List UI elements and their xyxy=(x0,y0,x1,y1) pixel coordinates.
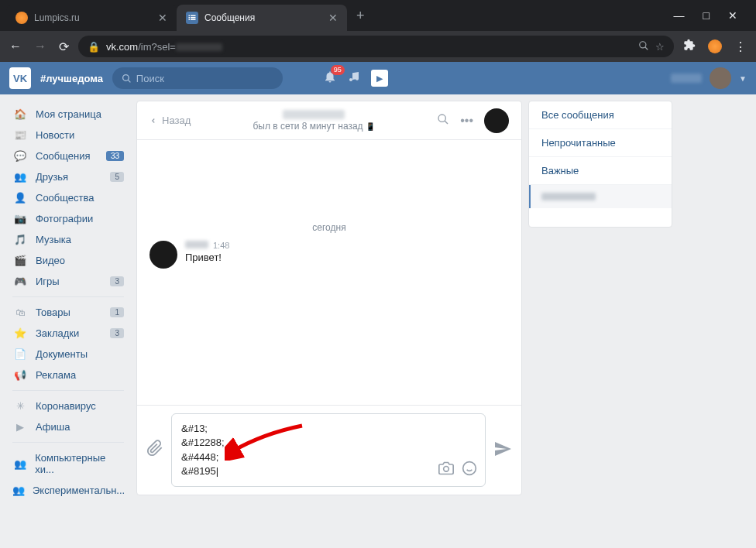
groups-icon: 👤 xyxy=(12,192,28,204)
badge: 3 xyxy=(110,276,124,286)
message-icon: 💬 xyxy=(12,150,28,162)
browser-tab-vk-messages[interactable]: Сообщения ✕ xyxy=(177,5,347,31)
chat-panel: Назад был в сети 8 минут назад 📱 ••• xyxy=(136,101,522,495)
svg-point-4 xyxy=(438,115,445,122)
chat-date-divider: сегодня xyxy=(149,222,509,233)
message-input[interactable]: &#13; &#12288; &#4448; &#8195 xyxy=(171,413,486,487)
afisha-icon: ▶ xyxy=(12,421,28,433)
filter-selected-blurred[interactable] xyxy=(529,185,672,208)
sidebar-item-my-page[interactable]: 🏠Моя страница xyxy=(6,104,130,125)
tab-close-icon[interactable]: ✕ xyxy=(158,12,167,24)
message-avatar[interactable] xyxy=(149,241,177,269)
browser-menu-icon[interactable]: ⋮ xyxy=(734,39,747,54)
badge: 1 xyxy=(110,307,124,317)
browser-tab-lumpics[interactable]: Lumpics.ru ✕ xyxy=(6,5,177,31)
sidebar-item-afisha[interactable]: ▶Афиша xyxy=(6,416,130,437)
sidebar-item-shop[interactable]: 🛍Товары1 xyxy=(6,302,130,323)
user-name-blurred xyxy=(671,74,702,83)
sidebar-label: Афиша xyxy=(36,421,70,433)
favicon-lumpics xyxy=(15,12,28,24)
play-button-icon[interactable]: ▶ xyxy=(371,70,388,87)
browser-titlebar: Lumpics.ru ✕ Сообщения ✕ + — □ ✕ xyxy=(0,0,756,31)
sidebar-item-experimental[interactable]: 👥Экспериментальн... xyxy=(6,480,130,501)
vk-search-input[interactable]: Поиск xyxy=(112,67,283,89)
sidebar-item-bookmarks[interactable]: ⭐Закладки3 xyxy=(6,323,130,344)
extensions-icon[interactable] xyxy=(683,39,696,54)
camera-icon[interactable] xyxy=(438,461,454,478)
window-close-button[interactable]: ✕ xyxy=(728,9,737,22)
sidebar-item-news[interactable]: 📰Новости xyxy=(6,125,130,146)
video-icon: 🎬 xyxy=(12,255,28,266)
sidebar-item-games[interactable]: 🎮Игры3 xyxy=(6,271,130,292)
sidebar-item-ads[interactable]: 📢Реклама xyxy=(6,365,130,385)
vk-hashtag[interactable]: #лучшедома xyxy=(40,73,103,84)
emoji-icon[interactable] xyxy=(462,461,477,478)
input-line: &#12288; xyxy=(181,436,476,450)
reload-button[interactable]: ⟳ xyxy=(59,39,69,54)
bookmark-star-icon[interactable]: ☆ xyxy=(655,41,665,53)
send-button[interactable] xyxy=(493,440,512,461)
ads-icon: 📢 xyxy=(12,369,28,381)
svg-point-6 xyxy=(463,462,476,475)
sidebar-label: Игры xyxy=(36,276,60,287)
badge: 3 xyxy=(110,328,124,338)
new-tab-button[interactable]: + xyxy=(347,8,374,24)
svg-point-0 xyxy=(640,41,646,47)
tab-close-icon[interactable]: ✕ xyxy=(328,12,338,24)
sidebar-label: Музыка xyxy=(36,234,71,245)
user-avatar[interactable] xyxy=(710,67,731,89)
notification-badge: 95 xyxy=(331,65,345,75)
window-minimize-button[interactable]: — xyxy=(674,9,685,22)
bookmark-icon: ⭐ xyxy=(12,327,28,339)
svg-point-3 xyxy=(356,77,359,80)
sidebar-item-friends[interactable]: 👥Друзья5 xyxy=(6,166,130,187)
chat-more-icon[interactable]: ••• xyxy=(460,114,473,128)
extension-orange-icon[interactable] xyxy=(708,39,722,53)
news-icon: 📰 xyxy=(12,129,28,141)
sidebar-item-computer-tricks[interactable]: 👥Компьютерные хи... xyxy=(6,447,130,480)
sidebar-item-communities[interactable]: 👤Сообщества xyxy=(6,187,130,208)
sidebar-label: Коронавирус xyxy=(36,400,96,412)
sidebar-item-coronavirus[interactable]: ✳Коронавирус xyxy=(6,396,130,416)
svg-point-5 xyxy=(444,467,449,472)
back-button[interactable]: ← xyxy=(9,39,22,54)
badge: 5 xyxy=(110,172,124,182)
sidebar-label: Экспериментальн... xyxy=(33,485,125,496)
browser-toolbar: ← → ⟳ 🔒 vk.com/im?sel= ☆ ⋮ xyxy=(0,31,756,62)
group-icon: 👥 xyxy=(12,458,27,470)
sidebar-label: Сообщения xyxy=(36,150,91,162)
chevron-down-icon[interactable]: ▼ xyxy=(739,74,747,83)
notifications-icon[interactable]: 95 xyxy=(323,70,337,87)
sidebar-item-docs[interactable]: 📄Документы xyxy=(6,344,130,365)
filter-all-messages[interactable]: Все сообщения xyxy=(529,101,672,129)
vk-logo[interactable]: VK xyxy=(9,67,31,89)
home-icon: 🏠 xyxy=(12,108,28,120)
search-in-page-icon[interactable] xyxy=(638,40,649,53)
sidebar-item-messages[interactable]: 💬Сообщения33 xyxy=(6,146,130,166)
url-path: /im?sel= xyxy=(138,41,176,53)
messages-filter-panel: Все сообщения Непрочитанные Важные xyxy=(528,101,672,228)
music-note-icon[interactable] xyxy=(348,70,360,86)
sidebar-item-photos[interactable]: 📷Фотографии xyxy=(6,208,130,229)
message-time: 1:48 xyxy=(213,241,229,250)
filter-important[interactable]: Важные xyxy=(529,157,672,185)
shop-icon: 🛍 xyxy=(12,307,28,318)
svg-point-1 xyxy=(122,74,129,80)
input-line: &#4448; xyxy=(181,450,476,464)
sidebar-item-video[interactable]: 🎬Видео xyxy=(6,250,130,271)
window-maximize-button[interactable]: □ xyxy=(703,9,710,22)
chat-message: 1:48 Привет! xyxy=(149,241,509,269)
forward-button[interactable]: → xyxy=(34,39,46,54)
chat-search-icon[interactable] xyxy=(437,113,449,128)
sidebar-label: Сообщества xyxy=(36,192,94,204)
attach-icon[interactable] xyxy=(146,440,163,461)
input-line: &#8195 xyxy=(181,464,476,478)
back-label: Назад xyxy=(162,115,191,126)
address-bar[interactable]: 🔒 vk.com/im?sel= ☆ xyxy=(78,36,674,57)
sidebar-item-music[interactable]: 🎵Музыка xyxy=(6,229,130,250)
sidebar-label: Новости xyxy=(36,129,74,141)
sidebar-label: Документы xyxy=(36,348,88,360)
filter-unread[interactable]: Непрочитанные xyxy=(529,129,672,157)
chat-back-button[interactable]: Назад xyxy=(149,115,191,126)
chat-peer-avatar[interactable] xyxy=(484,108,509,133)
